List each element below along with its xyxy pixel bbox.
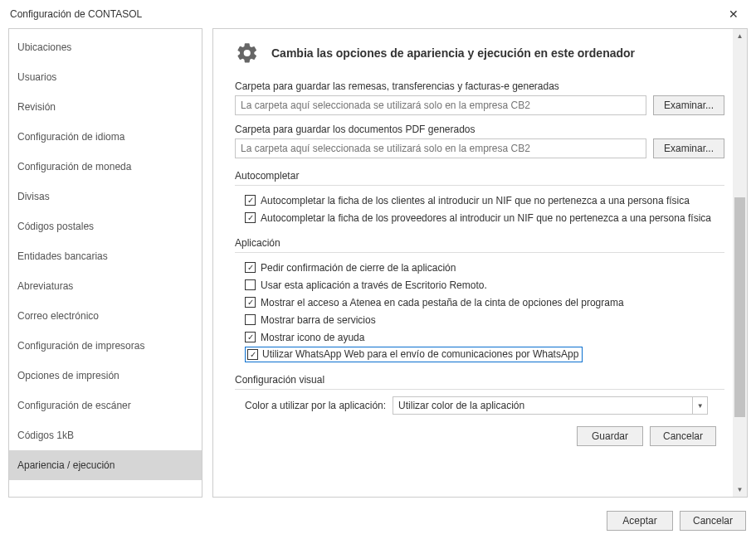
section-autocomplete: Autocompletar [235,170,724,182]
sidebar-item-entidades-bancarias[interactable]: Entidades bancarias [9,241,202,271]
divider [235,389,724,390]
scroll-thumb[interactable] [734,197,745,417]
sidebar-item-impresoras[interactable]: Configuración de impresoras [9,331,202,361]
sidebar-item-ubicaciones[interactable]: Ubicaciones [9,32,202,62]
scroll-down-icon[interactable]: ▼ [733,483,747,497]
checkbox-icon [245,195,256,206]
label-folder-pdf: Carpeta para guardar los documentos PDF … [235,124,724,135]
vertical-scrollbar[interactable]: ▲ ▼ [733,29,747,497]
main-pane: Cambia las opciones de apariencia y ejec… [212,28,748,498]
sidebar-item-codigos-1kb[interactable]: Códigos 1kB [9,420,202,450]
pane-footer-buttons: Guardar Cancelar [235,421,724,451]
checkbox-icon [245,262,256,273]
pane-header: Cambia las opciones de apariencia y ejec… [235,41,724,66]
titlebar: Configuración de CONTASOL ✕ [0,0,756,28]
accept-button[interactable]: Aceptar [607,511,673,531]
checkbox-icon [245,314,256,325]
chk-whatsapp-web[interactable]: Utilizar WhatsApp Web para el envío de c… [245,347,583,362]
sidebar-item-codigos-postales[interactable]: Códigos postales [9,211,202,241]
body: Ubicaciones Usuarios Revisión Configurac… [0,28,756,504]
label-folder-remesas: Carpeta para guardar las remesas, transf… [235,80,724,92]
checkbox-icon [245,297,256,308]
sidebar-item-moneda[interactable]: Configuración de moneda [9,152,202,182]
config-window: Configuración de CONTASOL ✕ Ubicaciones … [0,0,756,539]
scroll-track[interactable] [733,43,747,483]
scroll-up-icon[interactable]: ▲ [733,29,747,43]
combo-color[interactable]: Utilizar color de la aplicación ▼ [393,396,708,415]
sidebar-item-usuarios[interactable]: Usuarios [9,62,202,92]
chk-atenea[interactable]: Mostrar el acceso a Atenea en cada pesta… [245,294,724,310]
chevron-down-icon: ▼ [692,397,707,414]
checkbox-icon [245,279,256,290]
divider [235,185,724,186]
chk-service-bar[interactable]: Mostrar barra de servicios [245,312,724,328]
sidebar-item-abreviaturas[interactable]: Abreviaturas [9,271,202,301]
sidebar-item-apariencia[interactable]: Apariencia / ejecución [9,450,202,480]
chk-autocomplete-clientes[interactable]: Autocompletar la ficha de los clientes a… [245,192,724,208]
sidebar-item-idioma[interactable]: Configuración de idioma [9,122,202,152]
input-folder-pdf[interactable] [235,138,646,158]
checkbox-icon [245,332,256,342]
window-title: Configuración de CONTASOL [10,8,142,20]
chk-confirm-close[interactable]: Pedir confirmación de cierre de la aplic… [245,260,724,275]
checkbox-icon [247,349,258,360]
section-application: Aplicación [235,237,724,249]
checkbox-icon [245,212,256,223]
chk-remote-desktop[interactable]: Usar esta aplicación a través de Escrito… [245,277,724,293]
content: Cambia las opciones de apariencia y ejec… [213,29,733,497]
chk-help-icon[interactable]: Mostrar icono de ayuda [245,329,724,345]
cancel-pane-button[interactable]: Cancelar [650,426,716,446]
sidebar-item-revision[interactable]: Revisión [9,92,202,122]
close-icon[interactable]: ✕ [721,7,746,21]
sidebar-item-correo[interactable]: Correo electrónico [9,301,202,331]
sidebar-item-escaner[interactable]: Configuración de escáner [9,391,202,420]
chk-autocomplete-proveedores[interactable]: Autocompletar la ficha de los proveedore… [245,210,724,226]
browse-remesas-button[interactable]: Examinar... [653,95,724,115]
cancel-button[interactable]: Cancelar [680,511,746,531]
label-color: Color a utilizar por la aplicación: [245,400,386,411]
input-folder-remesas[interactable] [235,95,646,115]
browse-pdf-button[interactable]: Examinar... [653,138,724,158]
section-visual: Configuración visual [235,374,724,386]
divider [235,252,724,253]
gear-icon [235,41,260,66]
sidebar-item-opciones-impresion[interactable]: Opciones de impresión [9,361,202,391]
pane-title: Cambia las opciones de apariencia y ejec… [271,46,635,60]
sidebar: Ubicaciones Usuarios Revisión Configurac… [8,28,202,498]
dialog-footer: Aceptar Cancelar [0,504,756,539]
sidebar-item-divisas[interactable]: Divisas [9,182,202,211]
save-button[interactable]: Guardar [577,426,643,446]
